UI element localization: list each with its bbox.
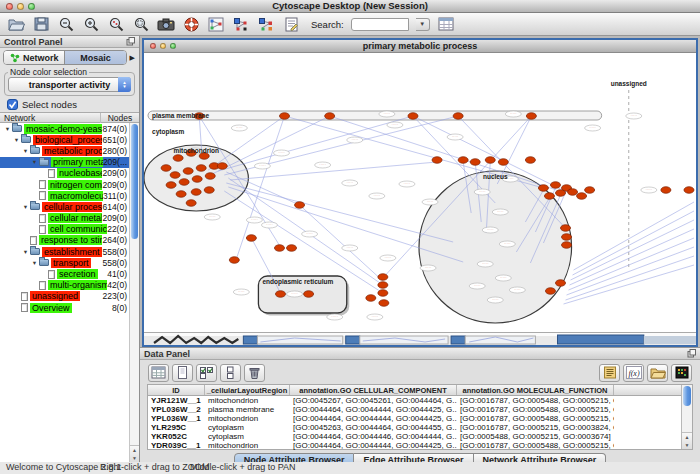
table-row[interactable]: YPL036W__1mitochondrion[GO:0044464, GO:0… — [148, 414, 692, 423]
network-view-titlebar[interactable]: primary metabolic process — [144, 40, 696, 53]
network-node[interactable] — [538, 185, 548, 192]
network-node[interactable] — [205, 173, 215, 180]
tree-item-cellular-metabo[interactable]: cellular metabo209(0) — [0, 213, 139, 224]
network-node[interactable] — [498, 159, 508, 166]
network-node[interactable] — [568, 189, 578, 196]
search-dropdown-button[interactable]: ▼ — [416, 18, 430, 31]
network-node[interactable] — [408, 113, 418, 120]
table-scrollbar-thumb[interactable] — [683, 386, 691, 406]
zoom-selected-icon[interactable] — [107, 16, 125, 33]
network-node[interactable] — [684, 187, 694, 194]
tree-column-network[interactable]: Network — [0, 113, 101, 123]
expand-arrow-icon[interactable]: ▼ — [30, 260, 39, 266]
tree-item-unassigned[interactable]: unassigned223(0) — [0, 291, 139, 302]
network-node[interactable] — [555, 280, 565, 287]
network-node[interactable] — [279, 113, 289, 120]
network-node[interactable] — [170, 172, 180, 179]
table-scrollbar-arrows[interactable]: ▲▼ — [682, 432, 692, 449]
tree-item-nitrogen-compo[interactable]: nitrogen compo209(0) — [0, 179, 139, 190]
network-node[interactable] — [526, 113, 536, 120]
column-header[interactable]: ID — [148, 385, 205, 395]
table-scrollbar[interactable]: ▲▼ — [681, 385, 692, 449]
background-windows-strip[interactable] — [144, 332, 696, 345]
table-row[interactable]: YKR052Ccytoplasm[GO:0044464, GO:0044446,… — [148, 432, 692, 441]
table-row[interactable]: YLR295Ccytoplasm[GO:0045263, GO:0044464,… — [148, 423, 692, 432]
tree-scrollbar-arrows[interactable]: ▲▼ — [130, 445, 139, 462]
network-node[interactable] — [366, 295, 376, 302]
table-row[interactable]: YPL036W__2plasma membrane[GO:0044464, GO… — [148, 405, 692, 414]
tree-item-multi-organism-pro[interactable]: multi-organism pro42(0) — [0, 280, 139, 291]
column-header[interactable]: annotation.GO MOLECULAR_FUNCTION — [457, 385, 614, 395]
search-input[interactable] — [351, 18, 409, 31]
import-attributes-icon[interactable] — [647, 364, 668, 382]
network-node[interactable] — [562, 242, 572, 249]
network-node[interactable] — [287, 245, 297, 252]
network-node[interactable] — [545, 288, 555, 295]
expand-arrow-icon[interactable]: ▼ — [21, 204, 30, 210]
expand-arrow-icon[interactable]: ▼ — [3, 126, 12, 132]
expand-arrow-icon[interactable]: ▼ — [21, 148, 30, 154]
show-table-icon[interactable] — [148, 364, 169, 382]
network-node[interactable] — [173, 155, 183, 162]
expand-arrow-icon[interactable]: ▼ — [30, 159, 39, 165]
tab-scroll-right-icon[interactable]: ▶ — [129, 54, 136, 62]
select-nodes-checkbox[interactable] — [7, 99, 18, 110]
network-node[interactable] — [561, 225, 571, 232]
function-builder-icon[interactable]: f(x) — [623, 364, 644, 382]
network-node[interactable] — [562, 234, 572, 241]
network-node[interactable] — [191, 189, 201, 196]
network-node[interactable] — [470, 159, 480, 166]
vizmapper-icon[interactable] — [257, 16, 275, 33]
layout-icon[interactable] — [232, 16, 250, 33]
open-session-icon[interactable] — [7, 16, 25, 33]
manage-network-icon[interactable] — [207, 16, 225, 33]
frame-zoom-button[interactable] — [170, 43, 176, 49]
tree-item-macromolecule[interactable]: macromolecule311(0) — [0, 190, 139, 201]
network-node[interactable] — [378, 274, 388, 281]
zoom-fit-icon[interactable] — [132, 16, 150, 33]
frame-close-button[interactable] — [150, 43, 156, 49]
column-header[interactable]: _cellularLayoutRegion — [205, 385, 290, 395]
network-node[interactable] — [453, 113, 463, 120]
tree-column-nodes[interactable]: Nodes — [101, 113, 139, 123]
network-node[interactable] — [378, 290, 388, 297]
network-node[interactable] — [378, 282, 388, 289]
tree-item-cellular-process[interactable]: ▼cellular process614(0) — [0, 201, 139, 212]
network-node[interactable] — [325, 113, 335, 120]
create-attribute-icon[interactable] — [172, 364, 193, 382]
close-button[interactable] — [6, 3, 13, 10]
tree-item-cell-communicat[interactable]: cell communicat22(0) — [0, 224, 139, 235]
network-node[interactable] — [577, 193, 587, 200]
delete-attribute-icon[interactable] — [244, 364, 265, 382]
tree-item-nucleobase[interactable]: nucleobase-209(0) — [0, 168, 139, 179]
float-data-panel-icon[interactable] — [687, 349, 696, 358]
network-node[interactable] — [246, 235, 256, 242]
unselect-attributes-icon[interactable] — [220, 364, 241, 382]
tree-item-establishment-of-lo[interactable]: ▼establishment of lo558(0) — [0, 246, 139, 257]
network-node[interactable] — [161, 165, 171, 172]
zoom-in-icon[interactable] — [82, 16, 100, 33]
zoom-out-icon[interactable] — [57, 16, 75, 33]
tree-item-response-to-stimulu[interactable]: response to stimulu264(0) — [0, 235, 139, 246]
column-header[interactable]: annotation.GO CELLULAR_COMPONENT — [290, 385, 457, 395]
tree-item-mosaic-demo-yeast[interactable]: ▼mosaic-demo-yeast874(0) — [0, 123, 139, 134]
frame-minimize-button[interactable] — [160, 43, 166, 49]
tab-mosaic[interactable]: Mosaic — [64, 51, 125, 64]
expand-arrow-icon[interactable]: ▼ — [12, 137, 21, 143]
network-node[interactable] — [458, 157, 468, 164]
table-row[interactable]: YJR121W__1mitochondrion[GO:0045267, GO:0… — [148, 396, 692, 405]
attribute-browser-icon[interactable] — [437, 16, 455, 33]
network-node[interactable] — [274, 245, 284, 252]
network-node[interactable] — [179, 179, 189, 186]
network-node[interactable] — [192, 176, 202, 183]
attribute-matrix-icon[interactable] — [671, 364, 692, 382]
network-node[interactable] — [176, 191, 186, 198]
network-node[interactable] — [186, 200, 196, 207]
network-node[interactable] — [295, 202, 305, 209]
network-canvas[interactable]: ········································… — [144, 53, 696, 332]
expand-arrow-icon[interactable]: ▼ — [21, 249, 30, 255]
network-node[interactable] — [217, 163, 227, 170]
select-attributes-icon[interactable] — [196, 364, 217, 382]
network-node[interactable] — [661, 187, 671, 194]
tree-scrollbar-thumb[interactable] — [131, 124, 138, 239]
